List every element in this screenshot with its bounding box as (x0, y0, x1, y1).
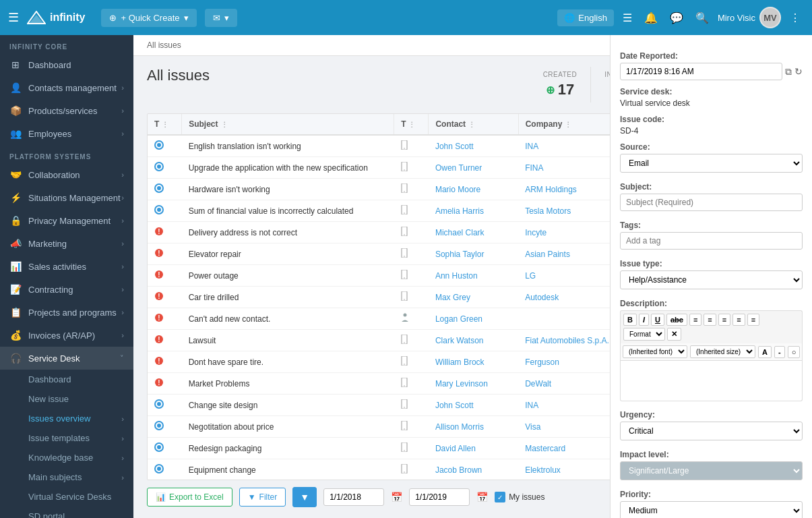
date-reported-input[interactable] (620, 63, 782, 80)
date-to-input[interactable] (409, 488, 470, 506)
format-select[interactable]: Format (623, 328, 665, 341)
sidebar-item-sd-issue-templates[interactable]: Issue templates › (0, 428, 133, 448)
export-excel-button[interactable]: 📊 Export to Excel (147, 488, 232, 507)
column-options-icon[interactable]: ⋮ (221, 121, 228, 128)
filter-button[interactable]: ▼ Filter (239, 488, 286, 507)
font-select[interactable]: (Inherited font) (623, 345, 687, 358)
copy-date-button[interactable]: ⧉ (785, 66, 792, 78)
cell-subject: Dont have spare tire. (182, 351, 394, 373)
mail-button[interactable]: ✉ ▾ (205, 9, 237, 27)
subject-label: Subject: (620, 182, 803, 192)
active-filter-button[interactable]: ▼ (292, 487, 317, 507)
sidebar: INFINITY CORE ⊞ Dashboard 👤 Contacts man… (0, 35, 133, 518)
date-from-input[interactable] (323, 488, 384, 506)
urgency-select[interactable]: Critical High Medium Low (620, 422, 803, 440)
strikethrough-button[interactable]: abc (666, 314, 687, 326)
cell-type: ! (148, 373, 182, 395)
avatar: MV (759, 7, 781, 28)
col-header-contact[interactable]: Contact ⋮ (429, 114, 518, 135)
my-issues-checkbox-label[interactable]: ✓ My issues (495, 492, 544, 502)
cell-contact: Owen Turner (429, 157, 518, 179)
col-header-subject[interactable]: Subject ⋮ (182, 114, 394, 135)
chevron-right-icon: › (121, 308, 124, 316)
svg-point-29 (404, 277, 405, 279)
column-options-icon[interactable]: ⋮ (468, 121, 475, 128)
more-options-button[interactable]: ⋮ (786, 8, 804, 28)
priority-select[interactable]: Medium High Low Critical (620, 501, 803, 518)
sidebar-item-sd-portal[interactable]: SD portal (0, 507, 133, 518)
sidebar-item-collaboration[interactable]: 🤝 Collaboration › (0, 163, 133, 186)
sidebar-item-projects[interactable]: 📋 Projects and programs › (0, 301, 133, 324)
align-right-button[interactable]: ≡ (718, 314, 730, 326)
tags-input[interactable] (620, 232, 803, 250)
bold-button[interactable]: B (623, 314, 637, 326)
italic-button[interactable]: I (639, 314, 649, 326)
align-center-button[interactable]: ≡ (704, 314, 716, 326)
search-button[interactable]: 🔍 (692, 8, 712, 28)
impact-select[interactable]: Significant/Large Minor Major (620, 461, 803, 480)
font-color-button[interactable]: A (758, 346, 772, 358)
svg-point-13 (404, 191, 405, 192)
chevron-right-icon: › (121, 130, 124, 138)
column-options-icon[interactable]: ⋮ (162, 121, 168, 128)
sidebar-item-products[interactable]: 📦 Products/services › (0, 99, 133, 122)
sidebar-item-servicedesk[interactable]: 🎧 Service Desk ˅ (0, 347, 133, 370)
sidebar-item-marketing[interactable]: 📣 Marketing › (0, 232, 133, 255)
notifications-button[interactable]: 🔔 (641, 8, 661, 28)
column-options-icon[interactable]: ⋮ (565, 121, 571, 128)
sidebar-item-situations[interactable]: ⚡ Situations Management › (0, 186, 133, 209)
col-header-type[interactable]: T ⋮ (148, 114, 182, 135)
sidebar-item-contacts[interactable]: 👤 Contacts management › (0, 76, 133, 99)
sidebar-item-sales[interactable]: 📊 Sales activities › (0, 255, 133, 278)
more-format-button[interactable]: ○ (788, 346, 801, 358)
sidebar-item-sd-main-subjects[interactable]: Main subjects › (0, 467, 133, 487)
cell-contact: John Scott (429, 135, 518, 157)
sidebar-item-sd-knowledge-base[interactable]: Knowledge base › (0, 448, 133, 467)
list-view-button[interactable]: ☰ (619, 8, 635, 28)
my-issues-checkbox[interactable]: ✓ (495, 492, 505, 502)
column-options-icon[interactable]: ⋮ (408, 121, 415, 128)
date-reported-label: Date Reported: (620, 51, 803, 61)
projects-icon: 📋 (9, 307, 22, 318)
sidebar-item-sd-issues-overview[interactable]: Issues overview › (0, 409, 133, 428)
privacy-icon: 🔒 (9, 215, 22, 226)
sidebar-item-employees[interactable]: 👥 Employees › (0, 122, 133, 145)
description-textarea[interactable] (620, 361, 803, 401)
hamburger-menu[interactable]: ☰ (8, 10, 19, 25)
user-profile[interactable]: Miro Visic MV (718, 7, 781, 28)
subject-input[interactable] (620, 194, 803, 211)
cell-t2 (394, 179, 429, 200)
list-bullet-button[interactable]: ≡ (732, 314, 745, 326)
issue-type-select[interactable]: Help/Assistance Bug Feature Request (620, 270, 803, 289)
underline-button[interactable]: U (651, 314, 664, 326)
col-header-t2[interactable]: T ⋮ (394, 114, 429, 135)
refresh-date-button[interactable]: ↻ (794, 66, 803, 77)
source-select[interactable]: Email Phone Web (620, 154, 803, 173)
cell-subject: Upgrade the application with the new spe… (182, 157, 394, 179)
svg-text:!: ! (158, 336, 160, 343)
calendar-to-icon[interactable]: 📅 (476, 492, 488, 502)
cell-t2 (394, 157, 429, 179)
sidebar-item-sd-new-issue[interactable]: New issue (0, 389, 133, 409)
sidebar-item-dashboard[interactable]: ⊞ Dashboard (0, 53, 133, 76)
chevron-right-icon: › (121, 171, 124, 179)
cell-t2 (394, 135, 429, 157)
calendar-from-icon[interactable]: 📅 (391, 492, 402, 502)
clear-format-button[interactable]: ✕ (667, 328, 681, 341)
cell-contact: Ann Huston (429, 265, 518, 287)
sidebar-item-contracting[interactable]: 📝 Contracting › (0, 278, 133, 301)
sidebar-item-sd-dashboard[interactable]: Dashboard (0, 370, 133, 389)
sidebar-item-invoices[interactable]: 💰 Invoices (AR/AP) › (0, 324, 133, 347)
svg-point-25 (404, 256, 405, 257)
font-size-select[interactable]: (Inherited size) (690, 345, 755, 358)
list-number-button[interactable]: ≡ (747, 314, 759, 326)
chat-button[interactable]: 💬 (666, 8, 687, 28)
quick-create-button[interactable]: ⊕ + Quick Create ▾ (101, 9, 196, 27)
language-selector[interactable]: 🌐 English (557, 9, 614, 26)
sidebar-item-privacy[interactable]: 🔒 Privacy Management › (0, 209, 133, 232)
col-header-company[interactable]: Company ⋮ (518, 114, 624, 135)
nav-right-controls: 🌐 English ☰ 🔔 💬 🔍 Miro Visic MV ⋮ (557, 7, 804, 28)
bg-color-button[interactable]: - (774, 346, 785, 358)
sidebar-item-sd-virtual-desks[interactable]: Virtual Service Desks (0, 487, 133, 507)
align-left-button[interactable]: ≡ (689, 314, 701, 326)
